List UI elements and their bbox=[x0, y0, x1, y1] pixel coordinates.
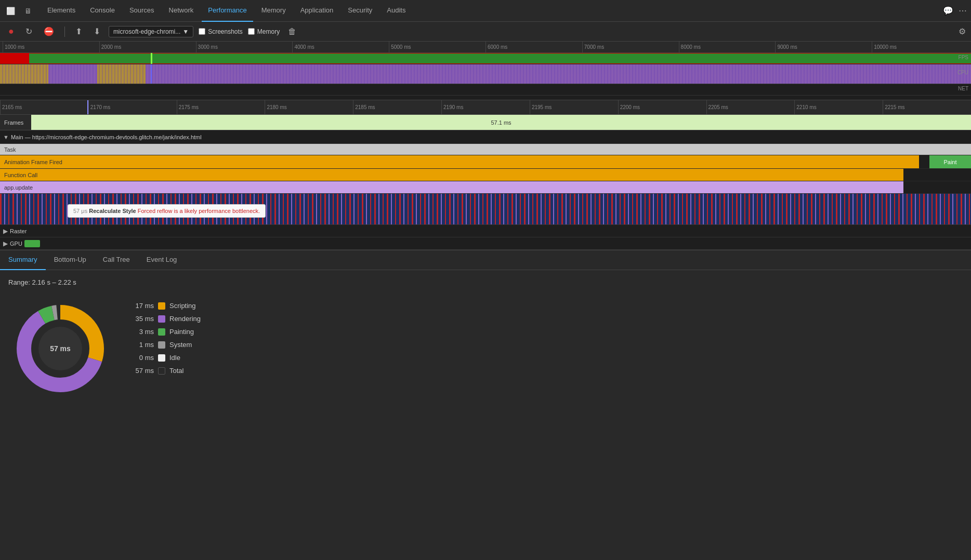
download-button[interactable]: ⬇ bbox=[90, 25, 103, 37]
profile-selector[interactable]: microsoft-edge-chromi... ▼ bbox=[109, 26, 193, 37]
stop-button[interactable]: ⛔ bbox=[41, 25, 57, 37]
legend-painting-label: Painting bbox=[169, 328, 194, 336]
memory-checkbox[interactable] bbox=[248, 28, 255, 35]
ruler-mark-4: 5000 ms bbox=[389, 42, 486, 52]
donut-chart: 57 ms bbox=[8, 297, 112, 401]
animation-frame-bar bbox=[0, 155, 919, 168]
cpu-bar: CPU bbox=[0, 64, 971, 84]
ruler-mark-1: 2000 ms bbox=[99, 42, 196, 52]
detail-mark-4: 2185 ms bbox=[353, 100, 441, 114]
tab-elements[interactable]: Elements bbox=[41, 0, 82, 22]
function-call-row[interactable]: Function Call bbox=[0, 169, 971, 181]
app-update-label: app.update bbox=[0, 181, 33, 193]
tab-call-tree[interactable]: Call Tree bbox=[95, 250, 138, 270]
memory-checkbox-label[interactable]: Memory bbox=[248, 28, 280, 35]
bottom-tabs: Summary Bottom-Up Call Tree Event Log bbox=[0, 250, 971, 270]
legend-painting-value: 3 ms bbox=[133, 328, 154, 336]
toolbar: ● ↻ ⛔ ⬆ ⬇ microsoft-edge-chromi... ▼ Scr… bbox=[0, 22, 971, 42]
ruler-mark-3: 4000 ms bbox=[292, 42, 389, 52]
ruler-marks: 1000 ms 2000 ms 3000 ms 4000 ms 5000 ms … bbox=[3, 42, 968, 52]
tab-bottom-up[interactable]: Bottom-Up bbox=[46, 250, 95, 270]
screenshots-checkbox[interactable] bbox=[199, 28, 205, 35]
legend-total: 57 ms Total bbox=[133, 367, 201, 375]
legend-system: 1 ms System bbox=[133, 341, 201, 349]
settings-icon[interactable]: ⚙ bbox=[959, 26, 966, 36]
function-call-label: Function Call bbox=[0, 169, 37, 181]
animation-frame-row[interactable]: Paint Animation Frame Fired bbox=[0, 155, 971, 169]
clear-button[interactable]: 🗑 bbox=[285, 26, 299, 37]
cursor-icon[interactable]: ⬜ bbox=[4, 5, 17, 17]
tab-performance[interactable]: Performance bbox=[202, 0, 253, 22]
screen-icon[interactable]: 🖥 bbox=[22, 5, 34, 17]
tab-summary[interactable]: Summary bbox=[0, 250, 46, 270]
detail-ruler: 2165 ms 2170 ms 2175 ms 2180 ms 2185 ms … bbox=[0, 100, 971, 115]
raster-row[interactable]: ▶ Raster bbox=[0, 225, 971, 237]
tab-event-log[interactable]: Event Log bbox=[138, 250, 186, 270]
separator bbox=[64, 26, 65, 37]
summary-area: 57 ms 17 ms Scripting 35 ms Rendering 3 … bbox=[8, 297, 963, 401]
legend-idle-label: Idle bbox=[169, 354, 180, 362]
animation-frame-label: Animation Frame Fired bbox=[0, 155, 62, 168]
raster-triangle[interactable]: ▶ bbox=[3, 228, 8, 235]
gpu-triangle[interactable]: ▶ bbox=[3, 240, 8, 247]
tab-memory[interactable]: Memory bbox=[255, 0, 292, 22]
nav-icons: ⬜ 🖥 bbox=[4, 5, 34, 17]
overview-ruler[interactable]: 1000 ms 2000 ms 3000 ms 4000 ms 5000 ms … bbox=[0, 42, 971, 53]
detail-ruler-marks: 2165 ms 2170 ms 2175 ms 2180 ms 2185 ms … bbox=[0, 100, 971, 114]
legend-scripting-color bbox=[158, 302, 165, 310]
cpu-label: CPU bbox=[957, 70, 968, 75]
legend-list: 17 ms Scripting 35 ms Rendering 3 ms Pai… bbox=[133, 302, 201, 375]
app-update-row[interactable]: app.update bbox=[0, 181, 971, 194]
tab-audits[interactable]: Audits bbox=[380, 0, 412, 22]
legend-system-label: System bbox=[169, 341, 192, 349]
main-thread-title: Main — https://microsoft-edge-chromium-d… bbox=[11, 134, 202, 140]
tab-sources[interactable]: Sources bbox=[123, 0, 161, 22]
bottom-content: Range: 2.16 s – 2.22 s 57 ms bbox=[0, 270, 971, 409]
detail-mark-9: 2210 ms bbox=[794, 100, 883, 114]
ruler-mark-0: 1000 ms bbox=[3, 42, 99, 52]
tab-console[interactable]: Console bbox=[84, 0, 121, 22]
tab-network[interactable]: Network bbox=[163, 0, 200, 22]
upload-button[interactable]: ⬆ bbox=[72, 25, 85, 37]
paint-block[interactable]: Paint bbox=[929, 155, 971, 168]
perf-bars[interactable]: FPS CPU NET bbox=[0, 53, 971, 100]
frames-duration: 57.1 ms bbox=[491, 119, 511, 126]
top-nav: ⬜ 🖥 Elements Console Sources Network Per… bbox=[0, 0, 971, 22]
app-update-bar bbox=[0, 181, 903, 193]
net-bar: NET bbox=[0, 84, 971, 96]
legend-scripting-label: Scripting bbox=[169, 302, 196, 310]
ruler-mark-5: 6000 ms bbox=[486, 42, 582, 52]
nav-right-icons: 💬 ⋯ bbox=[943, 6, 967, 16]
detail-mark-7: 2200 ms bbox=[618, 100, 706, 114]
ruler-mark-9: 10000 ms bbox=[872, 42, 968, 52]
record-button[interactable]: ● bbox=[5, 25, 17, 38]
ruler-mark-6: 7000 ms bbox=[582, 42, 679, 52]
main-thread-header[interactable]: ▼ Main — https://microsoft-edge-chromium… bbox=[0, 130, 971, 144]
screenshots-checkbox-label[interactable]: Screenshots bbox=[199, 28, 243, 35]
legend-scripting: 17 ms Scripting bbox=[133, 302, 201, 310]
legend-idle: 0 ms Idle bbox=[133, 354, 201, 362]
tab-application[interactable]: Application bbox=[294, 0, 340, 22]
gpu-row[interactable]: ▶ GPU bbox=[0, 237, 971, 250]
detail-mark-5: 2190 ms bbox=[441, 100, 530, 114]
detail-mark-0: 2165 ms bbox=[0, 100, 88, 114]
detail-timeline[interactable]: 2165 ms 2170 ms 2175 ms 2180 ms 2185 ms … bbox=[0, 100, 971, 250]
legend-idle-color bbox=[158, 354, 165, 362]
task-row[interactable]: Task bbox=[0, 144, 971, 155]
function-call-bar bbox=[0, 169, 903, 181]
task-label: Task bbox=[0, 144, 16, 155]
frames-bar[interactable]: 57.1 ms bbox=[31, 115, 971, 130]
tab-security[interactable]: Security bbox=[342, 0, 378, 22]
paint-label: Paint bbox=[943, 159, 956, 165]
frames-row: Frames 57.1 ms bbox=[0, 115, 971, 130]
thread-collapse-icon[interactable]: ▼ bbox=[3, 134, 9, 140]
feedback-icon[interactable]: 💬 bbox=[943, 6, 953, 16]
activity-stripes bbox=[0, 194, 971, 224]
donut-center-label: 57 ms bbox=[50, 344, 71, 353]
legend-system-color bbox=[158, 341, 165, 349]
refresh-button[interactable]: ↻ bbox=[22, 25, 35, 37]
task-bar bbox=[0, 144, 971, 155]
more-icon[interactable]: ⋯ bbox=[959, 6, 967, 16]
activity-row[interactable]: 57 μs Recalculate Style Forced reflow is… bbox=[0, 194, 971, 225]
legend-painting-color bbox=[158, 328, 165, 336]
